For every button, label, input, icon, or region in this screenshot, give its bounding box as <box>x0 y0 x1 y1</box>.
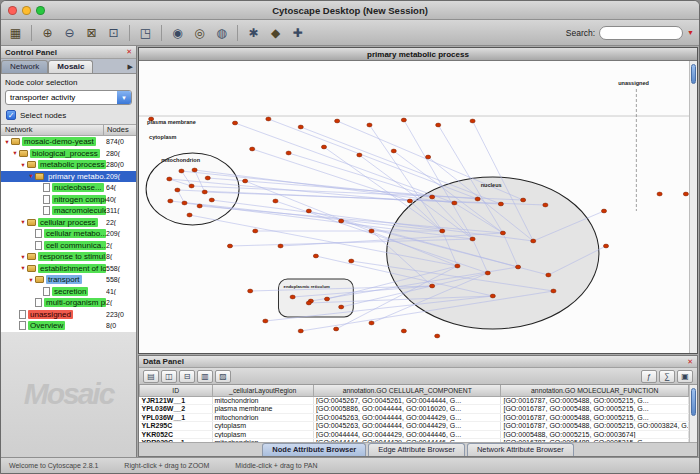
delete-table-button[interactable]: ▨ <box>215 370 231 383</box>
network-node[interactable] <box>440 229 445 233</box>
network-node[interactable] <box>167 177 172 181</box>
tree-item-mosaic-demo-yeast[interactable]: ▼mosaic-demo-yeast874(0 <box>1 136 136 148</box>
network-node[interactable] <box>197 204 202 208</box>
destroy-network-view-button[interactable]: ◎ <box>190 23 209 42</box>
expand-arrow-icon[interactable]: ▼ <box>19 265 27 271</box>
network-node[interactable] <box>603 244 608 248</box>
tab-network[interactable]: Network <box>1 60 48 73</box>
network-node[interactable] <box>452 201 457 205</box>
network-node[interactable] <box>531 239 536 243</box>
tree-header-nodes[interactable]: Nodes <box>104 125 136 135</box>
network-node[interactable] <box>339 305 344 309</box>
tree-item-cellular-metabo[interactable]: cellular metabo...209( <box>1 228 136 240</box>
network-node[interactable] <box>306 209 311 213</box>
zoom-window-button[interactable] <box>36 6 45 15</box>
network-node[interactable] <box>683 192 688 196</box>
network-node[interactable] <box>425 155 430 159</box>
canvas-vertical-scrollbar[interactable] <box>689 61 697 353</box>
network-node[interactable] <box>470 119 475 123</box>
network-node[interactable] <box>551 289 556 293</box>
table-row[interactable]: YLR295Ccytoplasm[GO:0045263, GO:0044444,… <box>140 422 689 431</box>
attribute-batch-button[interactable]: ▥ <box>197 370 213 383</box>
tree-item-response-to-stimul[interactable]: ▼response to stimul...8( <box>1 251 136 263</box>
title-bar[interactable]: Cytoscape Desktop (New Session) <box>1 1 699 20</box>
expand-arrow-icon[interactable]: ▼ <box>19 254 27 260</box>
search-input[interactable] <box>599 26 683 40</box>
network-node[interactable] <box>357 153 362 157</box>
vizmapper-button[interactable]: ◆ <box>266 23 285 42</box>
network-node[interactable] <box>391 149 396 153</box>
tree-item-establishment-of-lo[interactable]: ▼establishment of lo...558( <box>1 263 136 275</box>
table-row[interactable]: YJR121W__1mitochondrion[GO:0045267, GO:0… <box>140 396 689 405</box>
network-node[interactable] <box>335 119 340 123</box>
network-node[interactable] <box>455 264 460 268</box>
network-node[interactable] <box>500 231 505 235</box>
tree-item-multi-organism-pro[interactable]: multi-organism pro...2( <box>1 297 136 309</box>
network-node[interactable] <box>430 284 435 288</box>
network-node[interactable] <box>175 188 180 192</box>
network-node[interactable] <box>321 145 326 149</box>
network-node[interactable] <box>324 297 329 301</box>
network-node[interactable] <box>430 195 435 199</box>
network-canvas-svg[interactable]: plasma membranecytoplasmmitochondrionnuc… <box>139 61 697 353</box>
network-node[interactable] <box>515 265 520 269</box>
network-node[interactable] <box>339 219 344 223</box>
open-session-button[interactable]: ▦ <box>6 23 25 42</box>
network-node[interactable] <box>349 259 354 263</box>
network-node[interactable] <box>232 121 237 125</box>
formula-builder-button[interactable]: ƒ <box>641 370 657 383</box>
network-node[interactable] <box>498 202 503 206</box>
tab-scroll-right-icon[interactable]: ▶ <box>125 63 136 73</box>
network-node[interactable] <box>250 147 255 151</box>
network-node[interactable] <box>278 244 283 248</box>
show-graphics-details-button[interactable]: ◳ <box>136 23 155 42</box>
create-attribute-button[interactable]: ◫ <box>161 370 177 383</box>
tab-node-attribute-browser[interactable]: Node Attribute Browser <box>262 443 366 456</box>
expand-arrow-icon[interactable]: ▼ <box>27 173 35 179</box>
tab-mosaic[interactable]: Mosaic <box>48 60 93 73</box>
network-node[interactable] <box>369 229 374 233</box>
table-vertical-scrollbar[interactable] <box>689 385 697 442</box>
network-node[interactable] <box>407 199 412 203</box>
network-node[interactable] <box>369 321 374 325</box>
expand-arrow-icon[interactable]: ▼ <box>19 219 27 225</box>
network-node[interactable] <box>205 176 210 180</box>
close-window-button[interactable] <box>8 6 17 15</box>
network-node[interactable] <box>435 334 440 338</box>
network-node[interactable] <box>298 125 303 129</box>
network-node[interactable] <box>192 168 197 172</box>
select-nodes-checkbox[interactable]: ✓ <box>6 110 16 120</box>
table-row[interactable]: YDR039C__1mitochondrion[GO:0044444, GO:0… <box>140 439 689 443</box>
network-node[interactable] <box>657 192 662 196</box>
tree-item-overview[interactable]: Overview8(0 <box>1 320 136 332</box>
expand-arrow-icon[interactable]: ▼ <box>27 277 35 283</box>
attribute-select-button[interactable]: ▤ <box>143 370 159 383</box>
node-color-dropdown[interactable]: transporter activity ▼ <box>5 90 132 105</box>
create-network-view-button[interactable]: ◉ <box>168 23 187 42</box>
network-node[interactable] <box>227 244 232 248</box>
network-overview-button[interactable]: ◍ <box>212 23 231 42</box>
network-node[interactable] <box>263 319 268 323</box>
network-node[interactable] <box>543 203 548 207</box>
network-node[interactable] <box>266 117 271 121</box>
network-node[interactable] <box>298 329 303 333</box>
tree-item-nitrogen-compo[interactable]: nitrogen compo...40( <box>1 194 136 206</box>
network-node[interactable] <box>601 209 606 213</box>
apply-function-button[interactable]: ∑ <box>659 370 675 383</box>
dropdown-arrow-icon[interactable]: ▼ <box>117 91 131 104</box>
data-panel-close-icon[interactable]: ✕ <box>687 358 693 366</box>
network-node[interactable] <box>490 294 495 298</box>
expand-arrow-icon[interactable]: ▼ <box>11 150 19 156</box>
tab-edge-attribute-browser[interactable]: Edge Attribute Browser <box>368 443 465 456</box>
network-node[interactable] <box>168 199 173 203</box>
expand-arrow-icon[interactable]: ▼ <box>3 139 11 145</box>
network-node[interactable] <box>189 184 194 188</box>
tree-item-macromolecule[interactable]: macromolecule...311( <box>1 205 136 217</box>
column-header-annotation-go-molecular-function[interactable]: annotation.GO MOLECULAR_FUNCTION <box>501 385 689 396</box>
tree-item-transport[interactable]: ▼transport558( <box>1 274 136 286</box>
canvas-scroll-thumb[interactable] <box>691 64 696 84</box>
network-node[interactable] <box>306 301 311 305</box>
plugin-manager-button[interactable]: ✚ <box>288 23 307 42</box>
network-node[interactable] <box>436 123 441 127</box>
tree-item-cell-communica[interactable]: cell communica...2( <box>1 240 136 252</box>
